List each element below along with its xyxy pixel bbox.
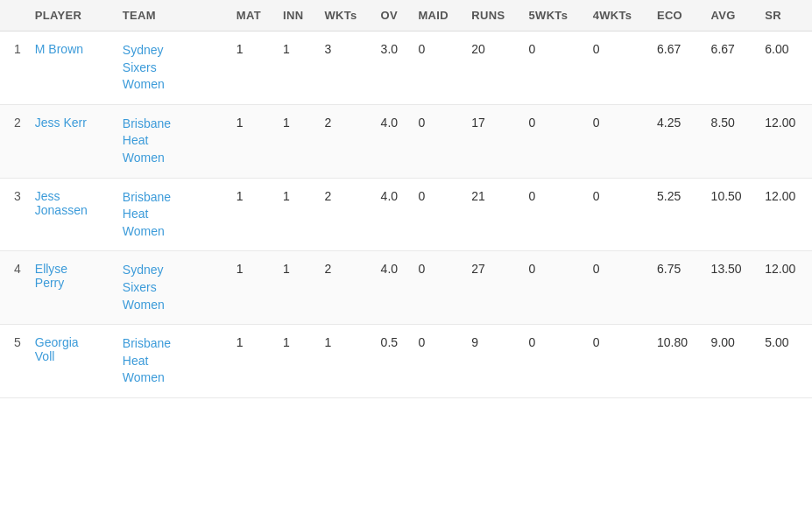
col-eco: ECO — [650, 0, 704, 32]
cell-4wkts: 0 — [586, 32, 650, 105]
cell-5wkts: 0 — [522, 104, 586, 178]
col-team: TEAM — [116, 0, 229, 32]
cell-ov: 0.5 — [374, 325, 412, 398]
cell-maid: 0 — [411, 251, 464, 325]
cell-team[interactable]: BrisbaneHeatWomen — [116, 178, 229, 251]
cell-4wkts: 0 — [586, 178, 650, 251]
cell-mat: 1 — [229, 251, 276, 325]
cell-inn: 1 — [276, 325, 317, 398]
cell-wkts: 2 — [318, 178, 374, 251]
cell-rank: 2 — [0, 104, 28, 178]
cell-wkts: 2 — [318, 251, 374, 325]
cell-mat: 1 — [229, 32, 276, 105]
cell-ov: 3.0 — [374, 32, 412, 105]
cell-team[interactable]: BrisbaneHeatWomen — [116, 325, 229, 398]
col-avg: AVG — [704, 0, 759, 32]
cell-4wkts: 0 — [586, 104, 650, 178]
cell-runs: 17 — [464, 104, 521, 178]
cell-rank: 5 — [0, 325, 28, 398]
table-header-row: PLAYER TEAM MAT INN WKTs OV MAID RUNS 5W… — [0, 0, 812, 32]
cell-inn: 1 — [276, 178, 317, 251]
cell-sr: 12.00 — [758, 251, 812, 325]
cell-5wkts: 0 — [522, 251, 586, 325]
col-mat: MAT — [229, 0, 276, 32]
cell-5wkts: 0 — [522, 32, 586, 105]
cell-inn: 1 — [276, 32, 317, 105]
cell-maid: 0 — [411, 325, 464, 398]
cell-maid: 0 — [411, 32, 464, 105]
cell-ov: 4.0 — [374, 178, 412, 251]
cell-team[interactable]: SydneySixersWomen — [116, 32, 229, 105]
cell-mat: 1 — [229, 325, 276, 398]
cell-4wkts: 0 — [586, 251, 650, 325]
cell-avg: 13.50 — [704, 251, 759, 325]
cell-avg: 6.67 — [704, 32, 759, 105]
table-row: 5GeorgiaVollBrisbaneHeatWomen1110.509001… — [0, 325, 812, 398]
table-row: 2Jess KerrBrisbaneHeatWomen1124.0017004.… — [0, 104, 812, 178]
cell-rank: 1 — [0, 32, 28, 105]
col-player: PLAYER — [28, 0, 116, 32]
cell-runs: 21 — [464, 178, 521, 251]
cell-avg: 8.50 — [704, 104, 759, 178]
cell-avg: 10.50 — [704, 178, 759, 251]
cell-wkts: 1 — [318, 325, 374, 398]
col-4wkts: 4WKTs — [586, 0, 650, 32]
table-row: 3JessJonassenBrisbaneHeatWomen1124.00210… — [0, 178, 812, 251]
cell-4wkts: 0 — [586, 325, 650, 398]
cell-mat: 1 — [229, 178, 276, 251]
col-rank — [0, 0, 28, 32]
cell-eco: 6.75 — [650, 251, 704, 325]
cell-inn: 1 — [276, 251, 317, 325]
table-row: 4EllysePerrySydneySixersWomen1124.002700… — [0, 251, 812, 325]
stats-table: PLAYER TEAM MAT INN WKTs OV MAID RUNS 5W… — [0, 0, 812, 398]
col-5wkts: 5WKTs — [522, 0, 586, 32]
cell-maid: 0 — [411, 178, 464, 251]
cell-team[interactable]: BrisbaneHeatWomen — [116, 104, 229, 178]
cell-player[interactable]: JessJonassen — [28, 178, 116, 251]
cell-mat: 1 — [229, 104, 276, 178]
cell-runs: 20 — [464, 32, 521, 105]
cell-maid: 0 — [411, 104, 464, 178]
cell-player[interactable]: EllysePerry — [28, 251, 116, 325]
cell-rank: 4 — [0, 251, 28, 325]
col-inn: INN — [276, 0, 317, 32]
col-ov: OV — [374, 0, 412, 32]
cell-avg: 9.00 — [704, 325, 759, 398]
cell-ov: 4.0 — [374, 251, 412, 325]
cell-team[interactable]: SydneySixersWomen — [116, 251, 229, 325]
cell-player[interactable]: M Brown — [28, 32, 116, 105]
cell-5wkts: 0 — [522, 178, 586, 251]
cell-eco: 6.67 — [650, 32, 704, 105]
col-wkts: WKTs — [318, 0, 374, 32]
cell-inn: 1 — [276, 104, 317, 178]
cell-5wkts: 0 — [522, 325, 586, 398]
cell-runs: 9 — [464, 325, 521, 398]
cell-sr: 12.00 — [758, 104, 812, 178]
cell-sr: 12.00 — [758, 178, 812, 251]
cell-wkts: 2 — [318, 104, 374, 178]
cell-runs: 27 — [464, 251, 521, 325]
table-row: 1M BrownSydneySixersWomen1133.0020006.67… — [0, 32, 812, 105]
cell-rank: 3 — [0, 178, 28, 251]
col-maid: MAID — [411, 0, 464, 32]
cell-eco: 5.25 — [650, 178, 704, 251]
cell-wkts: 3 — [318, 32, 374, 105]
col-sr: SR — [758, 0, 812, 32]
cell-sr: 5.00 — [758, 325, 812, 398]
cell-eco: 10.80 — [650, 325, 704, 398]
col-runs: RUNS — [464, 0, 521, 32]
cell-player[interactable]: GeorgiaVoll — [28, 325, 116, 398]
cell-player[interactable]: Jess Kerr — [28, 104, 116, 178]
cell-sr: 6.00 — [758, 32, 812, 105]
cell-ov: 4.0 — [374, 104, 412, 178]
cell-eco: 4.25 — [650, 104, 704, 178]
